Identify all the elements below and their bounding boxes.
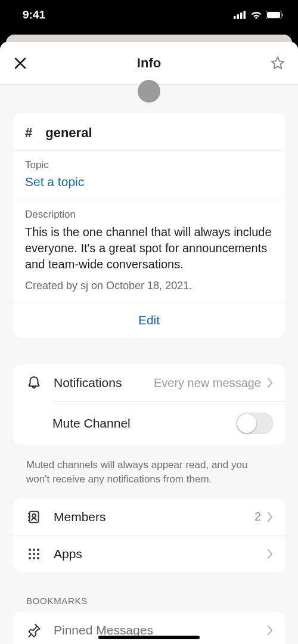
status-time: 9:41 xyxy=(23,8,45,21)
touch-indicator xyxy=(138,80,160,103)
hash-icon: # xyxy=(25,125,32,141)
home-indicator[interactable] xyxy=(98,636,200,639)
description-label: Description xyxy=(25,209,273,221)
svg-point-10 xyxy=(33,549,35,551)
toggle-knob xyxy=(237,414,256,433)
svg-rect-5 xyxy=(267,12,280,18)
members-label: Members xyxy=(54,510,106,524)
notifications-row[interactable]: Notifications Every new message xyxy=(13,364,285,401)
bell-icon xyxy=(25,375,43,391)
star-icon xyxy=(270,55,285,71)
set-topic-link[interactable]: Set a topic xyxy=(25,175,273,189)
chevron-right-icon xyxy=(267,377,273,388)
apps-label: Apps xyxy=(54,547,82,561)
chevron-right-icon xyxy=(267,549,273,559)
close-icon xyxy=(13,56,27,70)
topic-block[interactable]: Topic Set a topic xyxy=(13,151,285,200)
close-button[interactable] xyxy=(11,54,30,73)
svg-rect-2 xyxy=(240,13,243,19)
chevron-right-icon xyxy=(267,512,273,522)
status-indicators xyxy=(234,11,284,19)
edit-row[interactable]: Edit xyxy=(13,302,285,338)
mute-toggle[interactable] xyxy=(236,413,273,434)
created-text: Created by sj on October 18, 2021. xyxy=(25,280,273,292)
pinned-label: Pinned Messages xyxy=(54,623,153,637)
svg-point-8 xyxy=(32,514,36,518)
svg-point-15 xyxy=(29,557,31,559)
topic-label: Topic xyxy=(25,159,273,171)
svg-rect-1 xyxy=(237,14,240,19)
notifications-value: Every new message xyxy=(154,376,261,390)
channel-name: general xyxy=(45,125,92,141)
info-sheet: Info # general Topic Set a topic Descrip… xyxy=(0,42,298,644)
muted-help-text: Muted channels will always appear read, … xyxy=(13,452,285,499)
content-area: # general Topic Set a topic Description … xyxy=(0,85,298,644)
svg-point-14 xyxy=(37,553,39,555)
description-block: Description This is the one channel that… xyxy=(13,200,285,302)
chevron-right-icon xyxy=(267,625,273,636)
page-title: Info xyxy=(137,55,161,71)
members-apps-card: Members 2 Apps xyxy=(13,499,285,572)
pin-icon xyxy=(25,623,43,638)
bookmarks-section-title: BOOKMARKS xyxy=(13,579,285,612)
mute-channel-row: Mute Channel xyxy=(52,401,285,445)
notifications-label: Notifications xyxy=(54,376,122,390)
cellular-icon xyxy=(234,11,247,19)
svg-point-12 xyxy=(29,553,31,555)
mute-label: Mute Channel xyxy=(52,416,131,431)
description-text: This is the one channel that will always… xyxy=(25,224,273,273)
svg-point-16 xyxy=(33,557,35,559)
svg-point-13 xyxy=(33,553,35,555)
sheet-header: Info xyxy=(0,42,298,85)
channel-name-row[interactable]: # general xyxy=(13,113,285,151)
wifi-icon xyxy=(250,11,262,19)
svg-rect-0 xyxy=(234,16,236,19)
members-icon xyxy=(25,509,43,525)
members-count: 2 xyxy=(254,510,261,524)
members-row[interactable]: Members 2 xyxy=(13,499,285,535)
status-bar: 9:41 xyxy=(0,0,298,30)
apps-icon xyxy=(25,547,43,561)
star-button[interactable] xyxy=(268,54,287,73)
svg-rect-6 xyxy=(282,14,283,17)
edit-link[interactable]: Edit xyxy=(138,313,160,327)
svg-point-17 xyxy=(37,557,39,559)
battery-icon xyxy=(266,11,284,19)
svg-rect-3 xyxy=(244,11,246,19)
channel-card: # general Topic Set a topic Description … xyxy=(13,113,285,338)
svg-point-11 xyxy=(37,549,39,551)
apps-row[interactable]: Apps xyxy=(13,535,285,572)
svg-point-9 xyxy=(29,549,31,551)
notifications-card: Notifications Every new message Mute Cha… xyxy=(13,364,285,445)
